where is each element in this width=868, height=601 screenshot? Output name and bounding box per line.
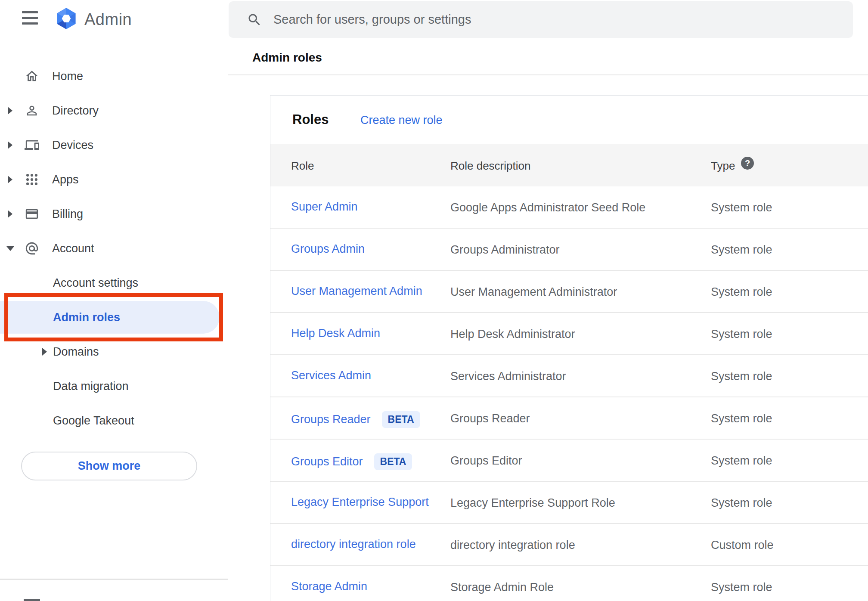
app-title: Admin [84,10,132,29]
chevron-right-icon[interactable] [8,210,12,218]
table-row: Services Admin Services Administrator Sy… [270,355,868,397]
sidebar-item-account-settings[interactable]: Account settings [0,266,228,300]
role-description: User Management Administrator [450,285,617,299]
devices-icon [25,138,39,152]
chevron-right-icon[interactable] [8,141,12,149]
table-row: Groups Admin Groups Administrator System… [270,229,868,271]
chevron-right-icon[interactable] [8,176,12,183]
roles-card: Roles Create new role Role Role descript… [270,95,868,601]
sidebar-divider [0,579,228,580]
role-type: System role [711,581,772,594]
table-row: Storage Admin Storage Admin Role System … [270,566,868,601]
header-divider [228,74,868,75]
sidebar-item-admin-roles[interactable]: Admin roles [0,300,228,335]
sidebar-item-home[interactable]: Home [0,59,228,93]
sidebar-item-label: Home [52,70,83,83]
table-row: User Management Admin User Management Ad… [270,271,868,313]
sidebar-item-account[interactable]: Account [0,231,228,266]
table-row: Groups Reader BETA Groups Reader System … [270,397,868,440]
table-header: Role Role description Type ? [270,144,868,186]
role-type: System role [711,412,772,425]
role-type: Custom role [711,539,774,552]
role-link[interactable]: Groups Editor [291,455,363,468]
role-description: Groups Administrator [450,243,560,257]
sidebar-item-label: Devices [52,139,93,152]
role-type: System role [711,496,772,510]
role-type: System role [711,201,772,214]
sidebar-item-label: Domains [53,345,99,359]
admin-logo-icon [55,7,78,30]
sidebar-item-google-takeout[interactable]: Google Takeout [0,403,228,438]
role-description: Google Apps Administrator Seed Role [450,201,645,214]
sidebar-item-label: Account [52,242,94,255]
role-type: System role [711,285,772,299]
sidebar-nav: Home Directory Devices [0,59,228,438]
role-description: Groups Editor [450,454,522,468]
table-row: directory integration role directory int… [270,524,868,566]
person-icon [25,103,39,118]
menu-icon[interactable] [22,11,38,25]
credit-card-icon [25,207,39,221]
home-icon [25,69,39,84]
search-icon [247,12,262,28]
column-header-role: Role [291,159,314,173]
chevron-right-icon[interactable] [42,348,47,356]
page-title: Admin roles [252,51,322,65]
table-row: Legacy Enterprise Support Legacy Enterpr… [270,482,868,524]
role-link[interactable]: Services Admin [291,369,371,382]
role-link[interactable]: Groups Admin [291,242,365,256]
column-header-description: Role description [450,159,530,173]
sidebar-item-label: Apps [52,173,79,186]
search-input[interactable] [273,12,840,27]
sidebar-item-apps[interactable]: Apps [0,162,228,197]
sidebar-item-label: Google Takeout [53,414,134,428]
role-description: Legacy Enterprise Support Role [450,496,615,510]
role-type: System role [711,328,772,341]
beta-badge: BETA [374,453,412,470]
role-link[interactable]: Help Desk Admin [291,327,380,340]
sidebar-item-directory[interactable]: Directory [0,93,228,128]
table-row: Groups Editor BETA Groups Editor System … [270,440,868,482]
role-link[interactable]: Legacy Enterprise Support [291,496,429,509]
apps-grid-icon [25,172,39,187]
at-sign-icon [25,241,39,256]
role-link[interactable]: Super Admin [291,200,358,214]
column-header-type: Type [711,159,735,173]
role-link[interactable]: Groups Reader [291,413,371,426]
chevron-right-icon[interactable] [8,107,12,115]
role-description: Storage Admin Role [450,581,554,594]
role-link[interactable]: Storage Admin [291,580,367,593]
sidebar-item-label: Billing [52,208,83,221]
role-description: directory integration role [450,539,575,552]
create-new-role-link[interactable]: Create new role [360,114,443,127]
partial-bottom-icon [24,599,40,601]
roles-title: Roles [292,112,329,127]
sidebar-item-devices[interactable]: Devices [0,128,228,162]
chevron-down-icon[interactable] [6,246,14,251]
beta-badge: BETA [382,411,420,428]
role-type: System role [711,454,772,468]
role-description: Services Administrator [450,370,566,383]
sidebar-item-domains[interactable]: Domains [0,335,228,369]
sidebar-item-label: Directory [52,104,99,118]
sidebar: Admin Home Directory Devices [0,0,228,601]
sidebar-item-label: Admin roles [53,311,120,324]
role-link[interactable]: User Management Admin [291,285,422,298]
sidebar-item-label: Data migration [53,380,129,393]
main-content: Admin roles Roles Create new role Role R… [228,0,868,601]
role-description: Groups Reader [450,412,530,425]
sidebar-item-billing[interactable]: Billing [0,197,228,231]
table-row: Super Admin Google Apps Administrator Se… [270,186,868,229]
roles-card-header: Roles Create new role [270,96,868,144]
help-icon[interactable]: ? [741,157,754,170]
role-type: System role [711,243,772,257]
show-more-button[interactable]: Show more [21,452,197,480]
search-bar[interactable] [229,1,853,38]
role-link[interactable]: directory integration role [291,538,416,551]
sidebar-item-data-migration[interactable]: Data migration [0,369,228,403]
table-row: Help Desk Admin Help Desk Administrator … [270,313,868,355]
role-description: Help Desk Administrator [450,328,575,341]
table-body: Super Admin Google Apps Administrator Se… [270,186,868,601]
role-type: System role [711,370,772,383]
sidebar-header: Admin [0,0,228,43]
